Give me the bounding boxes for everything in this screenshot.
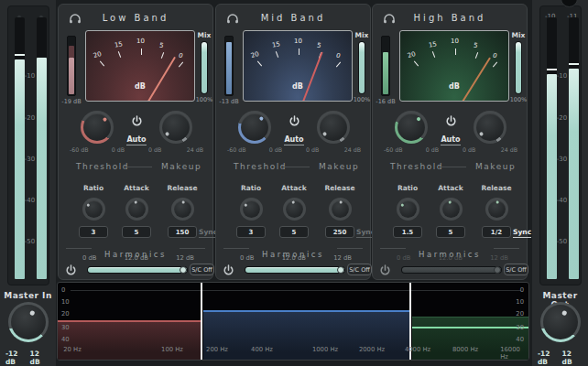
master-in-panel: -10 -20 -30 -40 -50 Master In -12 dB 12 …: [0, 0, 56, 366]
peak-tick: [547, 69, 557, 70]
x-axis-tick: 4000 Hz: [405, 346, 430, 353]
gain-reduction-meter: [224, 36, 234, 96]
makeup-knob[interactable]: [317, 111, 350, 144]
x-axis-tick: 1000 Hz: [312, 346, 338, 353]
harmonics-min: 0 dB: [397, 254, 410, 262]
peak-tick: [15, 54, 25, 56]
harmonics-power-icon[interactable]: [378, 264, 392, 277]
mix-slider[interactable]: [358, 41, 365, 94]
gain-reduction-meter: [381, 36, 390, 96]
slider-fill: [402, 267, 501, 273]
mix-slider[interactable]: [201, 41, 208, 94]
mix-value: 100%: [191, 96, 217, 103]
ratio-knob[interactable]: [82, 198, 105, 221]
harmonics-power-icon[interactable]: [64, 264, 78, 277]
crossover-divider-low-mid[interactable]: [201, 283, 202, 361]
knob-face: [320, 113, 347, 141]
scale-tick: -50: [25, 238, 35, 245]
slider-handle[interactable]: [180, 266, 187, 274]
knob-indicator: [29, 309, 35, 315]
master-out-bar-right: [569, 17, 579, 279]
max-label: 24 dB: [187, 146, 203, 153]
sync-button[interactable]: Sync: [513, 228, 531, 238]
ratio-value[interactable]: 3: [236, 226, 266, 238]
max-label: 24 dB: [344, 146, 361, 153]
ratio-knob[interactable]: [240, 198, 263, 221]
gr-fill: [69, 58, 74, 94]
min-label: -60 dB: [384, 146, 403, 153]
makeup-knob[interactable]: [474, 111, 506, 144]
release-knob[interactable]: [329, 198, 352, 221]
sidechain-button[interactable]: S/C Off: [190, 264, 214, 275]
scale-tick: -40: [557, 197, 567, 204]
scale-tick: -30: [25, 156, 35, 163]
scale-tick: -20: [25, 114, 35, 122]
mix-value: 100%: [349, 96, 375, 103]
max-label: 0 dB: [112, 146, 125, 153]
auto-button[interactable]: Auto: [432, 114, 469, 145]
release-knob[interactable]: [171, 198, 194, 221]
ratio-knob[interactable]: [397, 198, 419, 221]
mix-slider[interactable]: [515, 41, 522, 94]
threshold-knob[interactable]: [395, 111, 428, 144]
scale-tick: -50: [557, 238, 567, 245]
slider-handle[interactable]: [337, 266, 344, 274]
threshold-knob[interactable]: [81, 111, 114, 144]
attack-knob[interactable]: [440, 198, 463, 221]
vu-unit-label: dB: [86, 82, 194, 91]
scale-tick: -20: [557, 114, 567, 122]
attack-value[interactable]: 5: [279, 226, 309, 238]
release-knob[interactable]: [485, 198, 508, 221]
peak-tick: [569, 63, 579, 65]
vu-tick-label: 10: [451, 38, 459, 45]
attack-knob[interactable]: [125, 198, 148, 221]
release-value[interactable]: 150: [168, 226, 197, 238]
harmonics-slider[interactable]: [87, 266, 188, 274]
release-label: Release: [159, 184, 205, 192]
harmonics-power-icon[interactable]: [222, 264, 235, 277]
auto-label: Auto: [126, 135, 146, 145]
ratio-label: Ratio: [385, 184, 430, 192]
min-label: -60 dB: [227, 146, 246, 153]
vu-needle: [454, 57, 491, 102]
scale-tick: -30: [557, 156, 567, 163]
meter-fill: [37, 58, 47, 279]
vu-meter: 20 15 10 5 0 dB: [243, 30, 353, 102]
master-out-gain-knob[interactable]: [540, 302, 581, 342]
attack-value[interactable]: 5: [122, 226, 151, 238]
ratio-value[interactable]: 1.5: [393, 226, 422, 238]
attack-knob[interactable]: [283, 198, 306, 221]
harmonics-slider[interactable]: [401, 266, 502, 274]
attack-label: Attack: [428, 184, 474, 192]
threshold-range: -60 dB0 dB: [70, 146, 125, 153]
slider-handle[interactable]: [494, 266, 501, 274]
sidechain-button[interactable]: S/C Off: [504, 264, 528, 275]
auto-button[interactable]: Auto: [276, 114, 312, 145]
x-axis-tick: 16000 Hz: [500, 346, 520, 361]
knob-indicator: [561, 309, 567, 315]
meter-fill: [547, 74, 557, 279]
meter-fill: [15, 59, 25, 279]
threshold-knob[interactable]: [238, 111, 271, 144]
y-axis-tick: 40: [61, 336, 70, 343]
sidechain-button[interactable]: S/C Off: [347, 264, 372, 275]
master-in-gain-knob[interactable]: [8, 302, 49, 342]
attack-value[interactable]: 5: [436, 226, 465, 238]
harmonics-slider[interactable]: [245, 266, 345, 274]
master-in-range: -12 dB 12 dB: [5, 350, 51, 366]
master-out-panel: -10 -11 -10 -20 -30 -40 -50 Master Out: [532, 0, 588, 366]
release-value[interactable]: 250: [325, 226, 354, 238]
gridline-zero: [71, 290, 521, 291]
vu-tick: [257, 60, 262, 66]
y-axis-tick: 30: [61, 324, 70, 331]
min-label: -60 dB: [70, 146, 89, 153]
scale-tick: -40: [25, 197, 35, 204]
band-title: Mid Band: [216, 13, 370, 23]
knob-face: [397, 113, 425, 141]
auto-button[interactable]: Auto: [118, 114, 155, 145]
x-axis-tick: 8000 Hz: [452, 346, 478, 353]
ratio-value[interactable]: 3: [79, 226, 108, 238]
release-value[interactable]: 1/2: [482, 226, 511, 238]
master-in-scale: -10 -20 -30 -40 -50: [25, 17, 35, 279]
makeup-knob[interactable]: [159, 111, 192, 144]
